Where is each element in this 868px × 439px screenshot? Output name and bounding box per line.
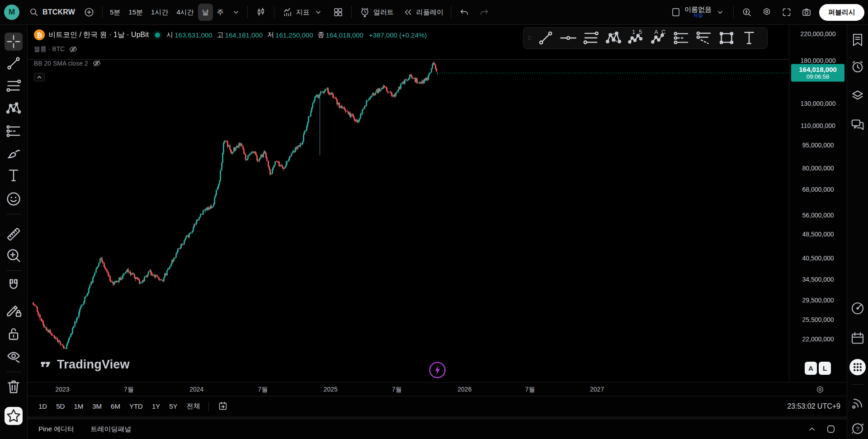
- panel-collapse-icon[interactable]: [806, 423, 818, 435]
- interval-button-4시간[interactable]: 4시간: [172, 4, 198, 21]
- separator: [102, 6, 103, 18]
- time-tick: 7월: [258, 386, 268, 394]
- tool-zoom-in-icon[interactable]: [5, 246, 23, 264]
- tool-lock-icon[interactable]: [5, 325, 23, 343]
- boost-lightning-button[interactable]: [427, 360, 448, 380]
- range-button-6M[interactable]: 6M: [106, 400, 125, 412]
- widget-layers-icon[interactable]: [849, 87, 866, 104]
- last-price-tag: 164,018,000 09:06:58: [791, 64, 844, 82]
- range-button-5Y[interactable]: 5Y: [165, 400, 182, 412]
- short-position-icon[interactable]: [694, 29, 713, 47]
- range-button-전체[interactable]: 전체: [182, 400, 205, 413]
- tool-trash-icon[interactable]: [5, 378, 23, 396]
- tool-fib-retracement-icon[interactable]: [5, 77, 23, 95]
- widget-help-icon[interactable]: ?: [849, 420, 866, 437]
- redo-button[interactable]: [474, 4, 494, 21]
- market-status-dot[interactable]: [155, 33, 160, 38]
- panel-maximize-icon[interactable]: [825, 423, 837, 435]
- text-tool-icon[interactable]: [740, 29, 759, 47]
- alert-button[interactable]: 얼러트: [355, 4, 398, 21]
- tool-long-position-icon[interactable]: [5, 122, 23, 140]
- interval-menu-button[interactable]: [228, 4, 244, 21]
- tool-magnet-icon[interactable]: [5, 277, 23, 295]
- indicator-row[interactable]: 볼륨 · BTC: [34, 43, 427, 56]
- range-button-1Y[interactable]: 1Y: [147, 400, 165, 412]
- auto-scale-button[interactable]: A: [805, 362, 817, 375]
- rectangle-icon[interactable]: [717, 29, 736, 47]
- interval-button-주[interactable]: 주: [213, 4, 228, 21]
- symbol-search-button[interactable]: BTCKRW: [24, 4, 79, 21]
- time-axis[interactable]: 20237월20247월20257월20267월2027: [28, 382, 847, 396]
- quick-search-button[interactable]: [737, 4, 757, 21]
- eye-slash-icon[interactable]: [92, 58, 102, 68]
- widget-watchlist-icon[interactable]: [849, 32, 866, 48]
- log-scale-button[interactable]: L: [819, 362, 831, 375]
- elliott-wave-icon[interactable]: 15: [627, 29, 646, 47]
- trend-line-icon[interactable]: [536, 29, 555, 47]
- range-button-1D[interactable]: 1D: [34, 400, 52, 412]
- price-tick: 48,500,000: [789, 231, 847, 238]
- user-avatar[interactable]: M: [4, 5, 19, 20]
- tool-hide-drawings-icon[interactable]: [5, 347, 23, 365]
- range-button-3M[interactable]: 3M: [88, 400, 106, 412]
- save-link[interactable]: 저장: [693, 13, 703, 19]
- price-tick: 220,000,000: [789, 30, 847, 38]
- price-axis[interactable]: 220,000,000180,000,000130,000,000110,000…: [789, 25, 847, 382]
- legend-collapse-button[interactable]: [34, 73, 45, 81]
- interval-button-1시간[interactable]: 1시간: [147, 4, 172, 21]
- layout-select-button[interactable]: 이름없음 저장: [666, 4, 730, 21]
- indicator-label: 볼륨 · BTC: [34, 45, 65, 53]
- indicators-button[interactable]: 지표: [278, 4, 328, 21]
- layout-grid-button[interactable]: [328, 4, 348, 21]
- replay-button[interactable]: 리플레이: [398, 4, 448, 21]
- tool-xabcd-pattern-icon[interactable]: [5, 99, 23, 118]
- tool-trend-line-icon[interactable]: [5, 54, 23, 72]
- range-button-1M[interactable]: 1M: [69, 400, 88, 412]
- horizontal-line-icon[interactable]: [559, 29, 578, 47]
- interval-button-15분[interactable]: 15분: [124, 4, 147, 21]
- drag-handle-icon[interactable]: [526, 32, 533, 44]
- undo-button[interactable]: [454, 4, 474, 21]
- footer-tab-1[interactable]: 트레이딩패널: [85, 422, 137, 436]
- snapshot-button[interactable]: [797, 4, 816, 21]
- goto-date-button[interactable]: [212, 398, 233, 415]
- last-price: 164,018,000: [791, 66, 844, 73]
- abc-pattern-icon[interactable]: AC: [649, 29, 668, 47]
- widget-signal-icon[interactable]: [849, 395, 866, 411]
- widget-calendar-icon[interactable]: [849, 330, 866, 346]
- axis-settings-icon[interactable]: [814, 384, 826, 396]
- long-position-icon[interactable]: [672, 29, 691, 47]
- svg-text:1: 1: [632, 29, 635, 35]
- separator: [852, 384, 863, 385]
- indicator-row[interactable]: BB 20 SMA close 2: [34, 57, 427, 70]
- interval-button-날[interactable]: 날: [198, 4, 213, 21]
- legend-main-row[interactable]: ₿ 비트코인 / 한국 원 · 1날 · UpBit 시163,631,000고…: [34, 28, 427, 42]
- fullscreen-button[interactable]: [777, 4, 797, 21]
- symbol-title[interactable]: 비트코인 / 한국 원 · 1날 · UpBit: [48, 30, 149, 40]
- fib-retracement-icon[interactable]: [581, 29, 600, 47]
- xabcd-pattern-icon[interactable]: [604, 29, 623, 47]
- widget-radar-icon[interactable]: [849, 300, 866, 316]
- range-button-YTD[interactable]: YTD: [125, 400, 147, 412]
- tool-star-icon[interactable]: [5, 407, 23, 425]
- tool-crosshair-icon[interactable]: [5, 33, 23, 51]
- tool-brush-icon[interactable]: [5, 145, 23, 163]
- compare-add-button[interactable]: [79, 4, 99, 21]
- tool-text-tool-icon[interactable]: [5, 166, 23, 184]
- ohlc-label: 저: [267, 31, 274, 39]
- eye-slash-icon[interactable]: [68, 44, 78, 54]
- tool-emoji-icon[interactable]: [5, 190, 23, 208]
- chart-settings-button[interactable]: [757, 4, 777, 21]
- widget-apps-grid-icon[interactable]: [849, 359, 866, 375]
- footer-tab-0[interactable]: Pine 에디터: [33, 422, 80, 436]
- tool-drawing-lock-icon[interactable]: [5, 301, 23, 319]
- clock-timezone[interactable]: 23:53:02 UTC+9: [787, 402, 840, 411]
- publish-button[interactable]: 퍼블리시: [819, 4, 864, 21]
- interval-button-5분[interactable]: 5분: [106, 4, 124, 21]
- range-button-5D[interactable]: 5D: [52, 400, 69, 412]
- widget-chat-icon[interactable]: [849, 117, 866, 133]
- separator: [733, 6, 734, 18]
- tool-ruler-icon[interactable]: [5, 225, 23, 243]
- widget-alerts-clock-icon[interactable]: [849, 59, 866, 75]
- chart-style-button[interactable]: [251, 4, 271, 21]
